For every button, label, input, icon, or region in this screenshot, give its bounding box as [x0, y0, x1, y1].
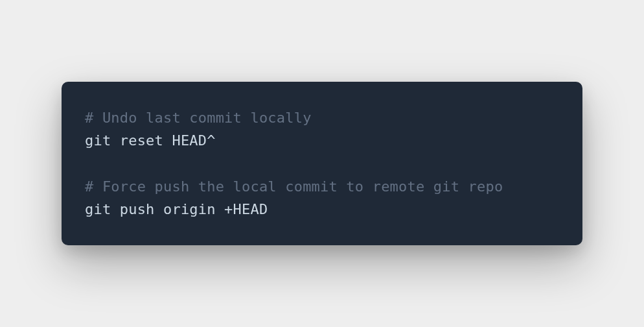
- code-comment: # Force push the local commit to remote …: [85, 175, 559, 198]
- code-block: # Undo last commit locally git reset HEA…: [62, 82, 582, 245]
- code-command: git push origin +HEAD: [85, 198, 559, 221]
- code-command: git reset HEAD^: [85, 129, 559, 152]
- code-comment: # Undo last commit locally: [85, 106, 559, 129]
- blank-line: [85, 152, 559, 175]
